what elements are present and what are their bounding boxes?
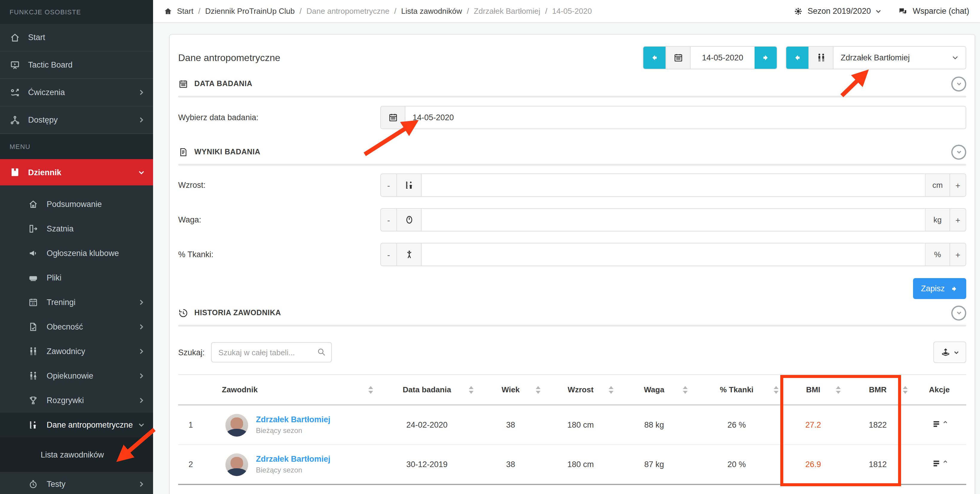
- chat-icon: [898, 6, 908, 16]
- cell-age: 38: [477, 460, 544, 469]
- column-header-zawodnik: Zawodnik: [203, 375, 377, 404]
- prev-player-button[interactable]: [786, 47, 808, 69]
- sidebar-item-label: Ćwiczenia: [28, 88, 138, 97]
- sidebar-item-treningi[interactable]: 31 Treningi: [0, 290, 153, 315]
- weight-input[interactable]: [422, 209, 925, 231]
- sidebar-item-dziennik[interactable]: Dziennik: [0, 159, 153, 185]
- calendar-icon: [178, 79, 188, 89]
- sidebar-item-ogloszenia[interactable]: Ogłoszenia klubowe: [0, 241, 153, 266]
- support-chat-link[interactable]: Wsparcie (chat): [898, 6, 969, 16]
- decrement-button[interactable]: -: [381, 209, 397, 231]
- player-avatar-photo[interactable]: [226, 414, 248, 436]
- cell-actions: [911, 459, 967, 470]
- increment-button[interactable]: +: [950, 244, 966, 266]
- sidebar-item-podsumowanie[interactable]: Podsumowanie: [0, 192, 153, 217]
- stopwatch-icon: [28, 479, 38, 489]
- exam-date-input[interactable]: [406, 107, 966, 129]
- sidebar-item-tactic-board[interactable]: Tactic Board: [0, 51, 153, 79]
- height-input[interactable]: [422, 174, 925, 196]
- sidebar-item-rozgrywki[interactable]: Rozgrywki: [0, 388, 153, 413]
- bodyfat-input[interactable]: [422, 244, 925, 266]
- season-selector[interactable]: Sezon 2019/2020: [793, 6, 881, 16]
- sidebar-item-label: Start: [28, 33, 145, 42]
- sidebar-item-dane-antropometryczne[interactable]: Dane antropometryczne: [0, 413, 153, 437]
- collapse-section-icon[interactable]: [951, 305, 966, 320]
- breadcrumb-item[interactable]: 14-05-2020: [552, 6, 592, 16]
- sidebar-item-obecnosc[interactable]: Obecność: [0, 315, 153, 339]
- decrement-button[interactable]: -: [381, 174, 397, 196]
- breadcrumb-item[interactable]: Dziennik ProTrainUp Club: [205, 6, 295, 16]
- chevron-down-icon: [954, 349, 959, 355]
- sort-icon[interactable]: [609, 386, 614, 394]
- sidebar-item-zawodnicy[interactable]: Zawodnicy: [0, 339, 153, 363]
- chevron-up-icon: [943, 459, 947, 464]
- home-icon[interactable]: [164, 7, 172, 15]
- selected-player: Zdrzałek Bartłomiej: [841, 53, 910, 62]
- breadcrumb-item[interactable]: Start: [177, 6, 193, 16]
- home-icon: [10, 32, 20, 43]
- sort-icon[interactable]: [469, 386, 474, 394]
- sidebar-item-opiekunowie[interactable]: Opiekunowie: [0, 363, 153, 388]
- menu-icon: [931, 419, 941, 429]
- book-icon: [10, 167, 20, 178]
- gear-icon: [793, 6, 803, 16]
- sidebar-item-label: Testy: [47, 480, 138, 489]
- sidebar-section-label: FUNKCJE OSOBISTE: [10, 8, 81, 16]
- row-actions-button[interactable]: [931, 459, 947, 468]
- sort-icon[interactable]: [836, 386, 841, 394]
- cell-bmr: 1822: [844, 421, 911, 429]
- column-header-waga: Waga: [617, 375, 691, 404]
- breadcrumb-item[interactable]: Zdrzałek Bartłomiej: [474, 6, 541, 16]
- sidebar-item-pliki[interactable]: Pliki: [0, 266, 153, 290]
- height-label: Wzrost:: [178, 181, 380, 190]
- breadcrumb-item[interactable]: Dane antropometryczne: [306, 6, 390, 16]
- bodyfat-label: % Tkanki:: [178, 250, 380, 259]
- weight-unit: kg: [925, 209, 950, 231]
- sidebar-item-szatnia[interactable]: Szatnia: [0, 217, 153, 241]
- increment-button[interactable]: +: [950, 209, 966, 231]
- sort-icon[interactable]: [536, 386, 541, 394]
- save-button[interactable]: Zapisz: [913, 278, 966, 299]
- sidebar-item-lista-zawodnikow[interactable]: Lista zawodników: [0, 437, 112, 472]
- sidebar-item-start[interactable]: Start: [0, 24, 153, 51]
- chevron-down-icon: [138, 422, 145, 428]
- player-avatar-photo[interactable]: [226, 453, 248, 476]
- section-data-badania: DATA BADANIA: [178, 77, 966, 90]
- export-button[interactable]: [933, 341, 966, 363]
- cell-age: 38: [477, 421, 544, 429]
- table-toolbar: Szukaj:: [178, 341, 966, 363]
- row-actions-button[interactable]: [931, 419, 947, 429]
- collapse-section-icon[interactable]: [951, 145, 966, 159]
- decrement-button[interactable]: -: [381, 244, 397, 266]
- sidebar-item-label: Rozgrywki: [47, 396, 138, 405]
- sidebar-item-label: Opiekunowie: [47, 371, 138, 380]
- sort-icon[interactable]: [683, 386, 687, 394]
- section-divider: [178, 164, 966, 166]
- sidebar-item-cwiczenia[interactable]: Ćwiczenia: [0, 79, 153, 107]
- prev-date-button[interactable]: [643, 47, 665, 69]
- body-icon: [397, 244, 422, 266]
- title-row: Dane antropometryczne 14-05-2020: [178, 47, 966, 69]
- player-select[interactable]: Zdrzałek Bartłomiej: [834, 47, 966, 69]
- sidebar-section-personal: FUNKCJE OSOBISTE: [0, 0, 153, 24]
- sidebar-item-dostepy[interactable]: Dostępy: [0, 107, 153, 134]
- door-exit-icon: [28, 224, 38, 234]
- current-date-display[interactable]: 14-05-2020: [690, 47, 754, 69]
- breadcrumb-item[interactable]: Lista zawodników: [401, 6, 462, 16]
- next-date-button[interactable]: [754, 47, 777, 69]
- player-name-link[interactable]: Zdrzałek Bartłomiej: [256, 453, 330, 465]
- sort-icon[interactable]: [774, 386, 778, 394]
- sort-icon[interactable]: [368, 386, 373, 394]
- chevron-right-icon: [138, 299, 145, 306]
- sort-icon[interactable]: [903, 386, 908, 394]
- sidebar-item-label: Obecność: [47, 322, 138, 331]
- increment-button[interactable]: +: [950, 174, 966, 196]
- sidebar-item-testy[interactable]: Testy: [0, 472, 153, 494]
- player-name-link[interactable]: Zdrzałek Bartłomiej: [256, 414, 330, 426]
- collapse-section-icon[interactable]: [951, 76, 966, 91]
- column-header-bmi: BMI: [782, 375, 844, 404]
- chevron-down-icon: [138, 169, 145, 175]
- svg-text:31: 31: [32, 302, 35, 305]
- search-input[interactable]: [212, 342, 332, 362]
- cell-height: 180 cm: [544, 460, 617, 469]
